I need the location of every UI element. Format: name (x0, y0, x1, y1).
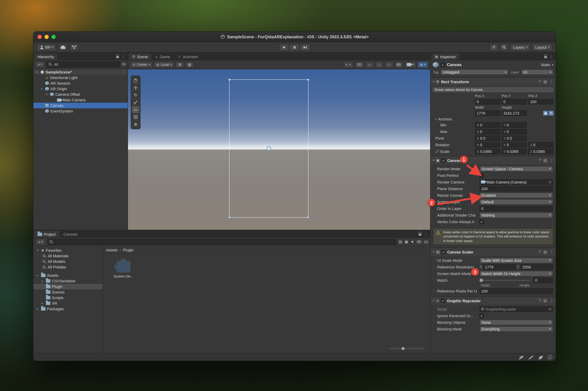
search-by-label-icon[interactable]: ▣ (404, 240, 408, 244)
foldout-closed-icon[interactable] (40, 302, 45, 305)
match-slider[interactable] (481, 280, 530, 281)
scale-z-field[interactable]: Z0.0365 (528, 149, 554, 154)
help-icon[interactable]: ? (539, 250, 541, 254)
hidden-packages-eye-icon[interactable] (417, 240, 421, 243)
title-bar[interactable]: SampleScene - ForQiitaARExplanation - iO… (33, 32, 556, 42)
help-icon[interactable]: ? (539, 79, 541, 84)
rect-handle[interactable] (228, 79, 231, 81)
favorites-root[interactable]: ★ Favorites (33, 248, 103, 253)
raw-edit-mode-button[interactable]: R (549, 111, 554, 116)
tab-game[interactable]: ◐ Game (152, 53, 174, 60)
minimize-window-button[interactable] (45, 35, 49, 39)
rect-tool-button[interactable]: ▭ (132, 106, 139, 113)
order-in-layer-field[interactable]: 0 (479, 205, 553, 211)
pivot-handle[interactable] (266, 146, 271, 151)
cloud-button[interactable] (59, 44, 67, 51)
hierarchy-item-camera-offset[interactable]: Camera Offset (33, 92, 128, 97)
anchor-max-x-field[interactable]: X0 (475, 129, 500, 134)
step-button[interactable] (300, 44, 310, 51)
folder-scenes[interactable]: Scenes (33, 289, 103, 295)
foldout-open-icon[interactable]: ▾ (433, 80, 434, 83)
height-field[interactable]: 3161.172 (502, 110, 527, 116)
tab-console[interactable]: Console (60, 231, 81, 237)
camera-muted-icon[interactable]: ◉ (538, 355, 543, 360)
scale-y-field[interactable]: Y0.0365 (502, 149, 527, 154)
tag-dropdown[interactable]: Untagged (441, 69, 508, 75)
folder-scripts[interactable]: Scripts (33, 295, 103, 300)
pause-button[interactable] (289, 44, 300, 51)
render-mode-dropdown[interactable]: Screen Space - Camera (479, 166, 553, 172)
packages-root[interactable]: Packages (33, 306, 103, 312)
menu-icon[interactable]: ⋮ (549, 79, 553, 84)
tool-handle-rotation-dropdown[interactable]: ◎ Local ▾ (154, 61, 174, 68)
anchor-min-y-field[interactable]: Y0 (502, 122, 527, 128)
pixel-perfect-checkbox[interactable] (479, 173, 484, 177)
folder-csvserializer[interactable]: CSVSerializer (33, 278, 103, 284)
asset-grid[interactable]: System.De... (103, 254, 430, 353)
breadcrumb-current[interactable]: Plugin (123, 248, 133, 252)
rect-transform-header[interactable]: ▾ ⊞ Rect Transform ? ▤ ⋮ (431, 78, 556, 86)
foldout-open-icon[interactable]: ▾ (433, 159, 434, 162)
foldout-open-icon[interactable] (35, 249, 40, 252)
version-control-button[interactable] (70, 44, 78, 51)
link-icon[interactable] (435, 150, 439, 153)
gizmos-dropdown[interactable]: ⊕ ▾ (417, 61, 428, 68)
status-ok-icon[interactable]: ✓ (548, 355, 552, 359)
rotation-y-field[interactable]: Y0 (502, 142, 527, 148)
foldout-open-icon[interactable] (40, 87, 44, 90)
rect-handle[interactable] (228, 216, 231, 219)
render-camera-object-field[interactable]: Main Camera (Camera) ⊙ (479, 179, 553, 185)
notifications-muted-icon[interactable]: ✉ (519, 355, 524, 360)
tab-scene[interactable]: ⊞ Scene (129, 53, 151, 60)
match-value-field[interactable]: 0 (533, 277, 553, 283)
menu-icon[interactable]: ⋮ (424, 232, 428, 236)
view-tool-button[interactable] (132, 77, 139, 84)
project-add-button[interactable]: + ▾ (35, 239, 45, 245)
rotation-x-field[interactable]: X0 (475, 142, 500, 148)
layers-dropdown[interactable]: Layers ▾ (511, 44, 530, 51)
favorite-all-models[interactable]: All Models (33, 259, 103, 264)
favorite-all-prefabs[interactable]: All Prefabs (33, 264, 103, 270)
slider-thumb[interactable] (479, 278, 483, 282)
canvas-scaler-enabled-checkbox[interactable] (441, 250, 446, 254)
shading-mode-dropdown[interactable]: ◐ ▾ (343, 61, 353, 68)
anchors-foldout[interactable]: ▾ Anchors (435, 117, 554, 121)
vertex-color-checkbox[interactable] (479, 219, 484, 224)
layout-dropdown[interactable]: Layout ▾ (532, 44, 552, 51)
lock-icon[interactable] (116, 56, 119, 58)
preset-icon[interactable]: ▤ (543, 158, 547, 163)
folder-plugin[interactable]: Plugin (33, 284, 103, 289)
hierarchy-search-input[interactable]: All (46, 61, 120, 67)
menu-icon[interactable]: ⋮ (549, 250, 553, 254)
assets-root[interactable]: Assets (33, 273, 103, 278)
gameobject-name[interactable]: Canvas (447, 62, 461, 67)
object-picker-icon[interactable]: ⊙ (549, 180, 551, 184)
rect-handle[interactable] (307, 79, 309, 81)
menu-icon[interactable]: ⋮ (122, 70, 126, 74)
custom-tool-button[interactable]: ⊕ (132, 121, 139, 128)
menu-icon[interactable]: ⋮ (549, 54, 553, 59)
help-icon[interactable]: ? (539, 158, 541, 163)
search-by-type-icon[interactable]: ▤ (398, 240, 402, 244)
foldout-open-icon[interactable] (35, 274, 40, 277)
hierarchy-add-button[interactable]: + ▾ (35, 61, 45, 67)
reference-ppu-field[interactable]: 100 (479, 288, 553, 294)
sorting-layer-dropdown[interactable]: Default (479, 199, 553, 204)
reference-resolution-y-field[interactable]: 2556 (521, 264, 553, 270)
hierarchy-item-main-camera[interactable]: Main Camera (33, 97, 128, 103)
lock-icon[interactable] (419, 234, 421, 236)
blocking-objects-dropdown[interactable]: None (479, 319, 553, 325)
tab-project[interactable]: Project (34, 231, 59, 237)
search-button[interactable] (500, 44, 508, 51)
graphic-raycaster-header[interactable]: ▾ ⊙ Graphic Raycaster ? ▤ ⋮ (431, 297, 556, 305)
rect-handle[interactable] (307, 216, 309, 219)
screen-match-mode-dropdown[interactable]: Match Width Or Height (479, 271, 553, 276)
resize-canvas-dropdown[interactable]: Enabled (479, 192, 553, 198)
foldout-open-icon[interactable]: ▾ (433, 250, 434, 253)
tab-inspector[interactable]: ▣ Inspector (431, 53, 459, 60)
blueprint-mode-button[interactable]: ▣ (543, 111, 548, 116)
pivot-x-field[interactable]: X0.5 (475, 135, 500, 141)
foldout-open-icon[interactable]: ▾ (433, 299, 434, 302)
canvas-selection-rect[interactable] (229, 79, 308, 218)
anchor-max-y-field[interactable]: Y0 (502, 129, 527, 134)
